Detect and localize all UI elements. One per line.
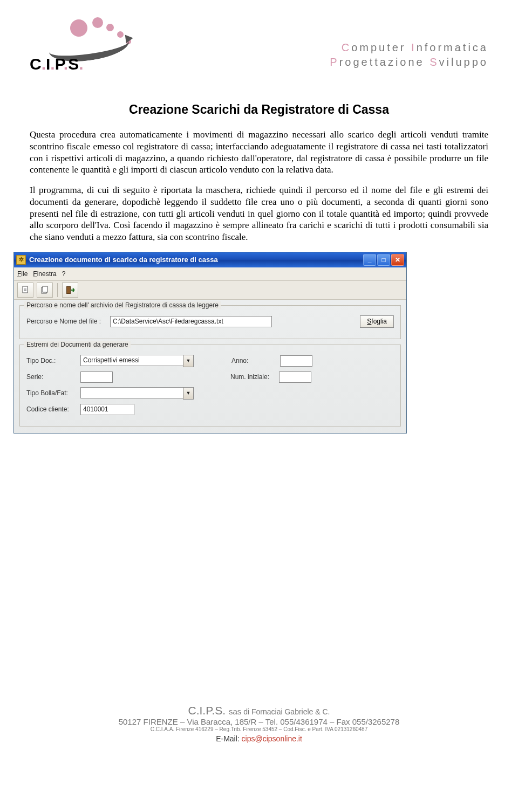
window-minimize-button[interactable]: _ [363, 254, 376, 266]
svg-rect-1 [24, 288, 26, 288]
footer-registration: C.C.I.A.A. Firenze 416229 – Reg.Trib. Fi… [0, 726, 518, 732]
menubar: File Finestra ? [14, 267, 406, 281]
exit-door-icon [66, 286, 74, 294]
group-document-params-legend: Estremi dei Documenti da generare [24, 341, 131, 348]
tipobolla-combo[interactable]: ▼ [80, 387, 194, 400]
numiniz-input[interactable] [279, 371, 311, 383]
tagline: Computer Informatica Progettazione Svilu… [330, 40, 488, 70]
codcliente-input[interactable] [80, 404, 134, 415]
logo-text: C.I.P.S. [30, 55, 84, 73]
menu-finestra[interactable]: Finestra [33, 270, 56, 278]
tipodoc-label: Tipo Doc.: [26, 357, 75, 364]
svg-rect-7 [67, 287, 70, 293]
browse-button[interactable]: Sfoglia [360, 315, 394, 328]
toolbar-separator [57, 283, 58, 297]
svg-rect-3 [24, 290, 26, 291]
page-footer: C.I.P.S. sas di Fornaciai Gabriele & C. … [0, 704, 518, 743]
logo: C.I.P.S. [30, 16, 148, 81]
numiniz-label: Num. iniziale: [230, 373, 274, 381]
toolbar [14, 281, 406, 300]
group-file-path-legend: Percorso e nome dell' archivio del Regis… [24, 301, 221, 309]
group-file-path: Percorso e nome dell' archivio del Regis… [19, 305, 401, 339]
tipodoc-input[interactable] [80, 355, 183, 366]
group-document-params: Estremi dei Documenti da generare Tipo D… [19, 345, 401, 426]
page-title: Creazione Scarichi da Registratore di Ca… [30, 102, 488, 117]
toolbar-button-1[interactable] [17, 283, 33, 298]
dropdown-icon[interactable]: ▼ [183, 387, 194, 400]
page: C.I.P.S. Computer Informatica Progettazi… [0, 0, 518, 755]
toolbar-exit-button[interactable] [62, 283, 78, 298]
tipodoc-combo[interactable]: ▼ [80, 355, 194, 367]
footer-email-link[interactable]: cips@cipsonline.it [242, 734, 302, 743]
file-path-label: Percorso e Nome del file : [26, 318, 105, 325]
menu-file[interactable]: File [17, 270, 28, 278]
serie-label: Serie: [26, 373, 75, 381]
paragraph-1: Questa procedura crea automaticamente i … [30, 129, 488, 176]
dropdown-icon[interactable]: ▼ [183, 355, 194, 367]
footer-email: E-Mail: cips@cipsonline.it [0, 734, 518, 743]
paragraph-2: Il programma, di cui di seguito è riport… [30, 184, 488, 243]
toolbar-button-2[interactable] [37, 283, 53, 298]
serie-input[interactable] [80, 371, 113, 383]
documents-stack-icon [40, 286, 49, 294]
window-title: Creazione documento di scarico da regist… [29, 256, 218, 264]
window-maximize-button[interactable]: □ [377, 254, 390, 266]
footer-address: 50127 FIRENZE – Via Baracca, 185/R – Tel… [0, 717, 518, 726]
anno-input[interactable] [280, 355, 312, 367]
window-titlebar: ✲ Creazione documento di scarico da regi… [14, 252, 406, 267]
tipobolla-label: Tipo Bolla/Fat: [26, 389, 75, 397]
tipobolla-input[interactable] [80, 387, 183, 398]
codcliente-label: Codice cliente: [26, 405, 75, 413]
app-window: ✲ Creazione documento di scarico da regi… [13, 252, 407, 433]
window-close-button[interactable]: ✕ [391, 254, 404, 266]
footer-company: C.I.P.S. sas di Fornaciai Gabriele & C. [0, 704, 518, 717]
file-path-input[interactable] [110, 316, 272, 327]
document-icon [21, 286, 30, 294]
page-header: C.I.P.S. Computer Informatica Progettazi… [30, 16, 488, 81]
window-app-icon: ✲ [16, 255, 26, 265]
svg-rect-5 [43, 286, 47, 292]
svg-rect-2 [24, 289, 26, 290]
menu-help[interactable]: ? [62, 270, 66, 278]
anno-label: Anno: [231, 357, 275, 364]
